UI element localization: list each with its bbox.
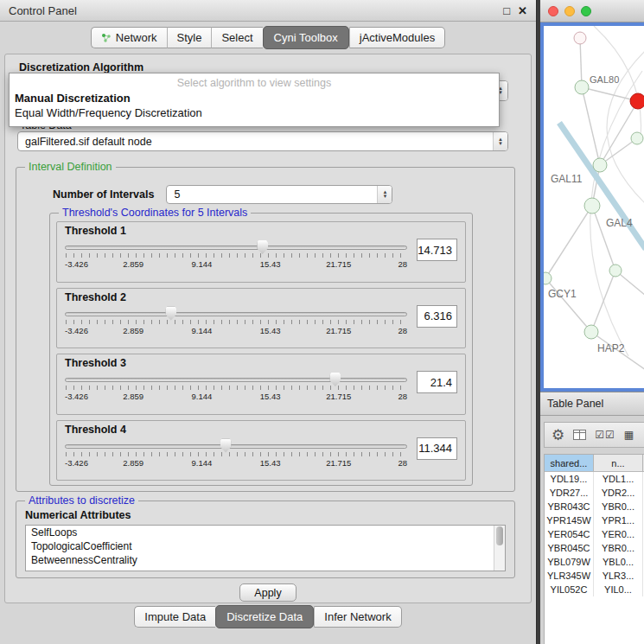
attribute-item[interactable]: SelfLoops xyxy=(26,526,505,539)
threshold-slider[interactable]: -3.4262.8599.14415.4321.71528 xyxy=(65,437,407,472)
slider-ticks xyxy=(66,386,406,390)
slider-scale-label: 21.715 xyxy=(326,259,351,269)
threshold-slider[interactable]: -3.4262.8599.14415.4321.71528 xyxy=(65,305,407,340)
tab-impute-data[interactable]: Impute Data xyxy=(134,606,215,628)
table-row[interactable]: YBL079WYBL0... xyxy=(545,555,644,569)
network-node[interactable] xyxy=(631,132,643,144)
network-canvas-svg[interactable]: GAL80GAL11GAL4GCY1HAP2 xyxy=(544,26,644,388)
dropdown-option-equal-width-frequency-discretization[interactable]: Equal Width/Frequency Discretization xyxy=(10,105,499,120)
table-cell: YIL052C xyxy=(545,583,594,596)
table-row[interactable]: YLR345WYLR3... xyxy=(545,569,644,583)
network-edge[interactable] xyxy=(559,123,644,249)
zoom-traffic-light-icon[interactable] xyxy=(581,6,591,16)
scrollbar-thumb[interactable] xyxy=(496,526,503,545)
network-node-hap2[interactable] xyxy=(584,325,598,339)
close-icon[interactable]: ✕ xyxy=(518,5,527,16)
network-node-gal80[interactable] xyxy=(575,80,589,94)
slider-thumb[interactable] xyxy=(329,373,341,386)
select-checkboxes-icon[interactable]: ☑☑ xyxy=(595,429,615,441)
numerical-attributes-list: SelfLoopsTopologicalCoefficientBetweenne… xyxy=(25,525,506,571)
float-window-icon[interactable]: □ xyxy=(503,5,510,16)
number-of-intervals-row: Number of Intervals 5 ▲▼ xyxy=(16,185,514,204)
attribute-item[interactable]: BetweennessCentrality xyxy=(26,553,505,567)
attributes-scrollbar[interactable] xyxy=(494,526,505,571)
network-window-titlebar[interactable] xyxy=(540,0,644,22)
apply-button[interactable]: Apply xyxy=(239,583,296,602)
threshold-box: Threshold 1-3.4262.8599.14415.4321.71528… xyxy=(56,221,466,283)
columns-icon[interactable] xyxy=(573,430,586,440)
slider-scale-label: 2.859 xyxy=(123,392,143,401)
tab-discretize-data[interactable]: Discretize Data xyxy=(215,605,314,628)
attribute-item[interactable]: TopologicalCoefficient xyxy=(26,539,505,553)
table-row[interactable]: YBR045CYBR0... xyxy=(545,541,644,555)
slider-scale-label: 21.715 xyxy=(326,326,351,335)
network-edge[interactable] xyxy=(545,206,592,278)
gear-icon[interactable]: ⚙ xyxy=(552,428,564,443)
table-cell: YDR2... xyxy=(594,486,643,500)
network-node-gal4[interactable] xyxy=(584,198,600,214)
threshold-slider[interactable]: -3.4262.8599.14415.4321.71528 xyxy=(65,371,407,405)
threshold-box: Threshold 4-3.4262.8599.14415.4321.71528… xyxy=(56,420,466,481)
table-panel-header[interactable]: Table Panel xyxy=(540,392,644,416)
window-buttons: □ ✕ xyxy=(503,5,527,16)
table-cell: YPR145W xyxy=(545,513,594,527)
table-row[interactable]: YDR27...YDR2... xyxy=(545,486,644,500)
slider-scale: -3.4262.8599.14415.4321.71528 xyxy=(65,259,407,270)
tab-infer-network[interactable]: Infer Network xyxy=(314,606,401,628)
threshold-value-field[interactable]: 11.344 xyxy=(417,437,457,460)
network-edge[interactable] xyxy=(592,206,615,271)
table-row[interactable]: YER054CYER0... xyxy=(545,527,644,541)
slider-track xyxy=(65,312,407,316)
slider-thumb[interactable] xyxy=(165,307,176,321)
tab-style[interactable]: Style xyxy=(167,27,212,48)
column-header-n[interactable]: n... xyxy=(594,455,643,471)
table-row[interactable]: YIL052CYIL0... xyxy=(545,583,644,596)
network-node-gcy1[interactable] xyxy=(544,272,552,284)
tab-jactivemodules[interactable]: jActiveModules xyxy=(349,27,445,48)
table-cell: YLR3... xyxy=(594,569,643,583)
table-row[interactable]: YPR145WYPR1... xyxy=(545,513,644,527)
table-cell: YDL19... xyxy=(545,472,594,486)
node-table: shared...n... YDL19...YDL1...YDR27...YDR… xyxy=(544,454,644,644)
grid-icon[interactable]: ▦ xyxy=(624,429,634,441)
network-edge[interactable] xyxy=(582,87,600,165)
table-data-combobox[interactable]: galFiltered.sif default node ▲▼ xyxy=(17,131,508,151)
threshold-value-field[interactable]: 14.713 xyxy=(417,239,457,261)
threshold-slider[interactable]: -3.4262.8599.14415.4321.71528 xyxy=(65,239,407,273)
table-row[interactable]: YBR043CYBR0... xyxy=(545,500,644,513)
number-of-intervals-combobox[interactable]: 5 ▲▼ xyxy=(166,185,392,204)
network-edge xyxy=(607,50,644,204)
slider-scale-label: 21.715 xyxy=(326,392,351,401)
column-header-shared[interactable]: shared... xyxy=(545,455,594,471)
close-traffic-light-icon[interactable] xyxy=(548,6,558,16)
threshold-label: Threshold 1 xyxy=(65,225,457,237)
dropdown-option-manual-discretization[interactable]: Manual Discretization xyxy=(10,91,499,105)
table-panel-body: ⚙ ☑☑ ▦ shared...n... YDL19...YDL1...YDR2… xyxy=(540,416,644,644)
network-edge[interactable] xyxy=(545,278,591,332)
combobox-stepper-icon: ▲▼ xyxy=(493,132,507,150)
minimize-traffic-light-icon[interactable] xyxy=(564,6,575,16)
threshold-value-field[interactable]: 21.4 xyxy=(417,371,457,393)
node-label: GAL11 xyxy=(551,173,583,185)
network-edge[interactable] xyxy=(600,101,638,165)
threshold-value-field[interactable]: 6.316 xyxy=(417,305,457,328)
network-edge[interactable] xyxy=(580,38,582,87)
slider-thumb[interactable] xyxy=(220,439,232,453)
network-edge[interactable] xyxy=(582,87,638,101)
number-of-intervals-label: Number of Intervals xyxy=(53,188,154,201)
slider-scale-label: 28 xyxy=(398,326,407,335)
network-node[interactable] xyxy=(574,32,586,44)
tab-label: Network xyxy=(116,31,157,44)
control-panel-titlebar[interactable]: Control Panel □ ✕ xyxy=(0,0,536,22)
slider-scale-label: 9.144 xyxy=(192,259,213,269)
network-node[interactable] xyxy=(609,265,622,277)
tab-network[interactable]: Network xyxy=(91,27,167,48)
table-row[interactable]: YDL19...YDL1... xyxy=(545,472,644,486)
slider-thumb[interactable] xyxy=(257,240,268,254)
tab-cyni-toolbox[interactable]: Cyni Toolbox xyxy=(263,26,349,49)
network-node[interactable] xyxy=(630,93,644,109)
network-node-gal11[interactable] xyxy=(593,158,607,172)
slider-ticks xyxy=(66,253,406,258)
tab-select[interactable]: Select xyxy=(211,27,262,48)
node-label: GCY1 xyxy=(548,288,577,300)
